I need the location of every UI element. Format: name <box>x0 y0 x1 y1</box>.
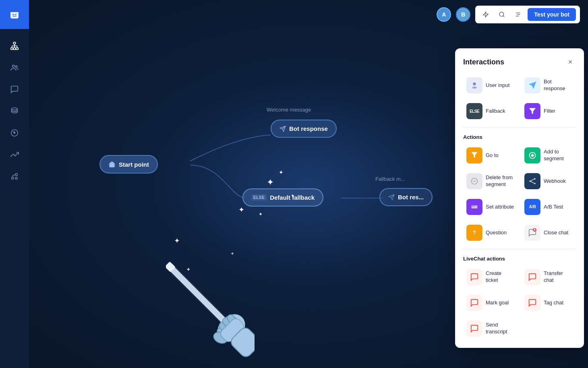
item-user-input[interactable]: User input <box>463 74 518 97</box>
item-filter[interactable]: Filter <box>521 100 576 122</box>
search-icon[interactable] <box>495 8 508 21</box>
svg-rect-40 <box>219 317 246 344</box>
canvas-node-start[interactable]: Start point <box>99 155 158 174</box>
item-webhook[interactable]: Webhook <box>521 170 576 192</box>
interactions-panel: Interactions × User input <box>455 48 584 348</box>
test-bot-button[interactable]: Test your bot <box>528 8 576 21</box>
divider-2 <box>463 249 576 249</box>
send-icon <box>280 126 286 132</box>
create-ticket-icon <box>466 269 482 285</box>
livechat-section-label: LiveChat actions <box>463 256 576 262</box>
send-icon-2 <box>388 194 395 201</box>
item-question[interactable]: ? Question <box>463 221 518 244</box>
canvas-node-bot-response[interactable]: Bot response <box>271 120 337 138</box>
mark-goal-label: Mark goal <box>486 300 509 306</box>
actions-grid: Go to Add to segment <box>463 144 576 244</box>
sidebar-item-growth[interactable] <box>6 146 23 163</box>
filter-icon <box>524 103 540 119</box>
user-input-icon <box>466 77 482 93</box>
add-segment-label: Add to segment <box>544 149 573 162</box>
svg-point-54 <box>530 180 531 182</box>
item-fallback[interactable]: ELSE Fallback <box>463 100 518 122</box>
item-add-segment[interactable]: Add to segment <box>521 144 576 167</box>
divider-1 <box>463 127 576 128</box>
item-close-chat[interactable]: Close chat <box>521 221 576 244</box>
sidebar-item-database[interactable] <box>6 102 23 120</box>
avatar-primary[interactable]: A <box>437 7 451 22</box>
close-chat-icon <box>524 225 540 241</box>
svg-point-55 <box>534 178 535 180</box>
svg-point-23 <box>499 12 504 17</box>
svg-marker-48 <box>529 82 536 89</box>
ab-test-icon: A/B <box>524 199 540 215</box>
item-send-transcript[interactable]: Send transcript <box>463 317 518 340</box>
send-transcript-label: Send transcript <box>486 322 515 335</box>
svg-point-56 <box>534 183 535 184</box>
panel-header: Interactions × <box>463 56 576 68</box>
goto-icon <box>466 147 482 163</box>
sidebar-item-analytics[interactable] <box>6 124 23 142</box>
svg-rect-37 <box>221 316 238 333</box>
svg-line-58 <box>531 182 534 183</box>
user-input-label: User input <box>486 82 509 89</box>
item-mark-goal[interactable]: Mark goal <box>463 292 518 314</box>
else-badge: ELSE <box>251 194 267 201</box>
svg-rect-5 <box>13 48 16 50</box>
item-bot-response[interactable]: Bot response <box>521 74 576 97</box>
svg-text:?: ? <box>473 229 476 236</box>
logo-icon <box>7 7 22 22</box>
transfer-chat-icon <box>524 269 540 285</box>
sidebar-nav <box>6 29 23 368</box>
svg-point-45 <box>473 83 476 85</box>
sidebar-item-integrations[interactable] <box>6 167 23 185</box>
svg-point-19 <box>15 177 18 180</box>
svg-rect-1 <box>12 14 14 15</box>
close-chat-label: Close chat <box>544 229 568 236</box>
svg-point-14 <box>12 108 18 110</box>
svg-point-13 <box>15 66 17 68</box>
set-attribute-icon: {..} <box>466 199 482 215</box>
svg-rect-6 <box>16 48 18 50</box>
transfer-chat-label: Transfer chat <box>544 270 573 284</box>
fallback-label-panel: Fallback <box>486 108 505 115</box>
svg-line-24 <box>503 16 504 17</box>
svg-rect-32 <box>166 263 228 325</box>
svg-rect-36 <box>217 320 234 337</box>
lightning-icon[interactable] <box>479 8 492 21</box>
webhook-icon <box>524 173 540 189</box>
panel-close-button[interactable]: × <box>565 56 576 68</box>
svg-point-12 <box>12 65 15 68</box>
actions-section-label: Actions <box>463 134 576 140</box>
character-illustration: ✦ ✦ ✦ <box>166 223 255 368</box>
item-set-attribute[interactable]: {..} Set attribute <box>463 196 518 218</box>
canvas-node-fallback[interactable]: ELSE Default fallback <box>242 188 323 207</box>
item-transfer-chat[interactable]: Transfer chat <box>521 266 576 288</box>
item-goto[interactable]: Go to <box>463 144 518 167</box>
sidebar-logo[interactable] <box>0 0 29 29</box>
canvas-node-bot-response2[interactable]: Bot res... <box>379 188 433 206</box>
set-attribute-label: Set attribute <box>486 204 514 211</box>
svg-marker-49 <box>529 108 536 114</box>
svg-text:✦: ✦ <box>230 251 234 256</box>
bot-response-icon <box>524 77 540 93</box>
svg-text:✦: ✦ <box>174 237 180 245</box>
avatar-secondary[interactable]: B <box>456 7 470 22</box>
svg-point-51 <box>531 154 534 157</box>
svg-point-46 <box>472 87 477 89</box>
item-create-ticket[interactable]: Create ticket <box>463 266 518 288</box>
item-ab-test[interactable]: A/B A/B Test <box>521 196 576 218</box>
mark-goal-icon <box>466 295 482 311</box>
svg-line-57 <box>531 179 534 181</box>
svg-text:{..}: {..} <box>472 205 474 207</box>
svg-rect-3 <box>13 42 16 44</box>
item-tag-chat[interactable]: Tag chat <box>521 292 576 314</box>
sidebar-item-hierarchy[interactable] <box>6 37 23 55</box>
sidebar-item-users[interactable] <box>6 59 23 76</box>
tag-chat-label: Tag chat <box>544 300 563 306</box>
item-delete-segment[interactable]: Delete from segment <box>463 170 518 192</box>
sidebar <box>0 0 29 368</box>
canvas[interactable]: A B Test your bot <box>29 0 588 368</box>
tag-chat-icon <box>524 295 540 311</box>
sidebar-item-chat[interactable] <box>6 81 23 98</box>
settings-icon[interactable] <box>511 8 524 21</box>
